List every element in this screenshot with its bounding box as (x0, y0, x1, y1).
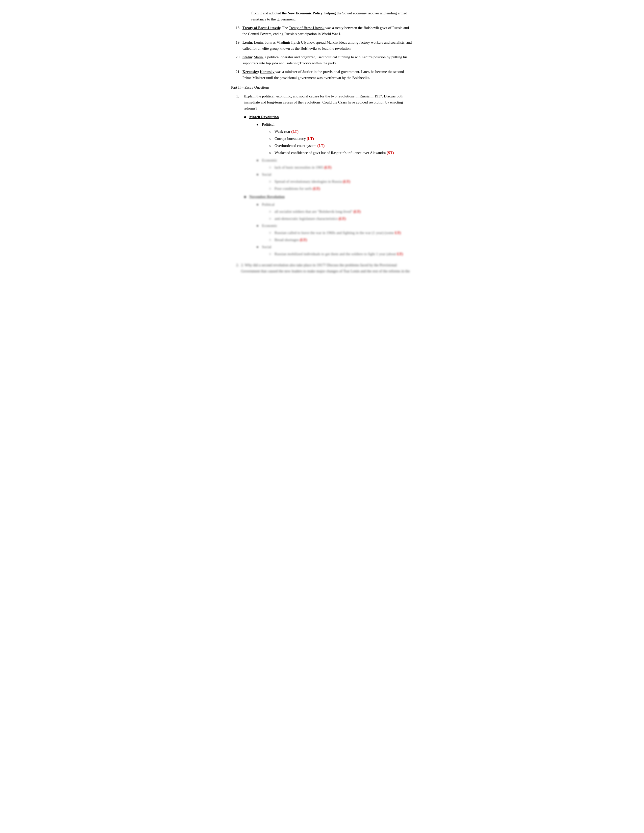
term-treaty-underline: Treaty of Brest-Litovsk (289, 26, 325, 30)
nov-soc-sub-1-text: Russian mobilized individuals to get the… (275, 251, 403, 257)
essay-item-2-blurred: 2. 2. Why did a second revolution also t… (236, 262, 413, 274)
list-item-20: 20. Stalin: Stalin, a political operator… (231, 54, 413, 66)
political-sub-item-3: ○ Overburdened court system (LT) (269, 143, 413, 149)
item-number-18: 18. (231, 25, 242, 37)
continuation-line1-end: , helping the Soviet economy recover and… (322, 11, 407, 15)
open-circle-icon-ne2: ○ (269, 237, 275, 243)
continuation-line1: from it and adopted the (251, 11, 288, 15)
list-item-19: 19. Lenin: Lenin, born as Vladimir Ilyic… (231, 39, 413, 51)
vocab-list: 18. Treaty of Brest-Litovsk: The Treaty … (231, 25, 413, 81)
list-item-18: 18. Treaty of Brest-Litovsk: The Treaty … (231, 25, 413, 37)
term-stalin-bold: Stalin (242, 55, 252, 59)
nov-political-sub-list: ○ all socialist soldiers that are "Bolsh… (269, 209, 413, 222)
november-revolution-section: ◆ November Revolution (244, 194, 413, 199)
continuation-paragraph: from it and adopted the New Economic Pol… (251, 10, 413, 22)
term-lenin-bold: Lenin (242, 40, 252, 44)
essay-item-1: 1. Explain the political, economic, and … (236, 93, 413, 111)
open-circle-icon-s2: ○ (269, 185, 275, 191)
nov-econ-sub-2-text: Bread shortages (LT) (275, 237, 307, 243)
nov-pol-sub-item-1: ○ all socialist soldiers that are "Bolsh… (269, 209, 413, 215)
social-item: ● Social (256, 171, 413, 177)
essay-num-1: 1. (236, 93, 244, 111)
social-sub-item-1-text: Spread of revolutionary ideologies in Ru… (275, 178, 350, 185)
filled-circle-icon-social: ● (256, 171, 262, 177)
item-number-19: 19. (231, 39, 242, 51)
item-content-21: Kerensky: Kerensky was a minister of Jus… (242, 69, 413, 81)
march-revolution-label: March Revolution (249, 114, 279, 120)
filled-circle-icon-economic: ● (256, 157, 262, 163)
nov-economic-sub-list: ○ Russian called to leave the war in 196… (269, 230, 413, 243)
political-item: ● Political (256, 121, 413, 127)
nov-econ-sub-item-1: ○ Russian called to leave the war in 196… (269, 230, 413, 236)
social-sub-list: ○ Spread of revolutionary ideologies in … (269, 178, 413, 191)
social-sub-item-2: ○ Poor conditions for serfs (LT) (269, 185, 413, 191)
open-circle-icon-ns1: ○ (269, 251, 275, 257)
item-content-20: Stalin: Stalin, a political operator and… (242, 54, 413, 66)
term-treaty-bold: Treaty of Brest-Litovsk (242, 26, 280, 30)
political-sub-list: ○ Weak czar (LT) ○ Corrupt bureaucracy (… (269, 129, 413, 156)
open-circle-icon-1: ○ (269, 129, 275, 135)
economic-sub-item-1: ○ lack of basic necessities in 1905 (LT) (269, 164, 413, 170)
open-circle-icon-s1: ○ (269, 178, 275, 185)
social-sub-item-1: ○ Spread of revolutionary ideologies in … (269, 178, 413, 185)
march-revolution-section: ◆ March Revolution (244, 114, 413, 120)
nov-pol-sub-1-text: all socialist soldiers that are "Bolshev… (275, 209, 361, 215)
sub-item-4-text: Weakened confidence of gov't b/c of Rasp… (275, 150, 394, 156)
rest-20: , a political operator and organizer, us… (242, 55, 407, 65)
open-circle-icon-np2: ○ (269, 215, 275, 222)
political-sub-item-2: ○ Corrupt bureaucracy (LT) (269, 135, 413, 142)
nov-political-section: ● Political (256, 201, 413, 207)
term-kerensky-underline: Kerensky (260, 70, 274, 74)
nov-social-sub-list: ○ Russian mobilized individuals to get t… (269, 251, 413, 257)
economic-label: Economic (262, 157, 277, 163)
social-label: Social (262, 171, 272, 177)
nov-political-item: ● Political (256, 201, 413, 207)
open-circle-icon-4: ○ (269, 150, 275, 156)
filled-circle-icon-nov-pol: ● (256, 201, 262, 207)
term-kerensky-bold: Kerensky (242, 70, 258, 74)
nov-soc-sub-item-1: ○ Russian mobilized individuals to get t… (269, 251, 413, 257)
item-content-18: Treaty of Brest-Litovsk: The Treaty of B… (242, 25, 413, 37)
nov-social-label: Social (262, 244, 272, 250)
filled-circle-icon: ● (256, 121, 262, 127)
open-circle-icon-3: ○ (269, 143, 275, 149)
essay-q1-text: Explain the political, economic, and soc… (244, 93, 413, 111)
nov-economic-section: ● Economic (256, 223, 413, 229)
economic-sub-list: ○ lack of basic necessities in 1905 (LT) (269, 164, 413, 170)
nov-economic-label: Economic (262, 223, 277, 229)
nov-social-item: ● Social (256, 244, 413, 250)
nov-econ-sub-1-text: Russian called to leave the war in 1960s… (275, 230, 401, 236)
social-sub-item-2-text: Poor conditions for serfs (LT) (275, 185, 320, 191)
political-sub-item-4: ○ Weakened confidence of gov't b/c of Ra… (269, 150, 413, 156)
nov-political-label: Political (262, 201, 275, 207)
diamond-icon-nov: ◆ (244, 194, 249, 199)
social-section-blurred: ● Social (256, 171, 413, 177)
sub-item-3-text: Overburdened court system (LT) (275, 143, 325, 149)
nov-pol-sub-2-text: anti-democratic legislature characterist… (275, 215, 346, 222)
november-revolution-label: November Revolution (249, 194, 285, 199)
november-revolution-item: ◆ November Revolution (244, 194, 413, 199)
filled-circle-icon-nov-econ: ● (256, 223, 262, 229)
item-content-19: Lenin: Lenin, born as Vladimir Ilyich Ul… (242, 39, 413, 51)
open-circle-icon-2: ○ (269, 135, 275, 142)
term-lenin-underline: Lenin (254, 40, 262, 44)
essay-section: 1. Explain the political, economic, and … (236, 93, 413, 274)
essay-num-2: 2. (236, 262, 239, 274)
rest-19: , born as Vladimir Ilyich Ulyanov, sprea… (242, 40, 412, 50)
political-label: Political (262, 121, 275, 127)
list-item-21: 21. Kerensky: Kerensky was a minister of… (231, 69, 413, 81)
economic-section-blurred: ● Economic (256, 157, 413, 163)
item-number-20: 20. (231, 54, 242, 66)
nov-economic-item: ● Economic (256, 223, 413, 229)
colon-18: : The (280, 26, 289, 30)
essay-q2-text: 2. Why did a second revolution also take… (241, 262, 413, 274)
open-circle-icon-np1: ○ (269, 209, 275, 215)
open-circle-icon-e1: ○ (269, 164, 275, 170)
political-section: ● Political (256, 121, 413, 127)
page: from it and adopted the New Economic Pol… (231, 10, 413, 274)
economic-item: ● Economic (256, 157, 413, 163)
item-number-21: 21. (231, 69, 242, 81)
sub-item-1-text: Weak czar (LT) (275, 129, 298, 135)
sub-item-2-text: Corrupt bureaucracy (LT) (275, 135, 314, 142)
nov-social-section: ● Social (256, 244, 413, 250)
